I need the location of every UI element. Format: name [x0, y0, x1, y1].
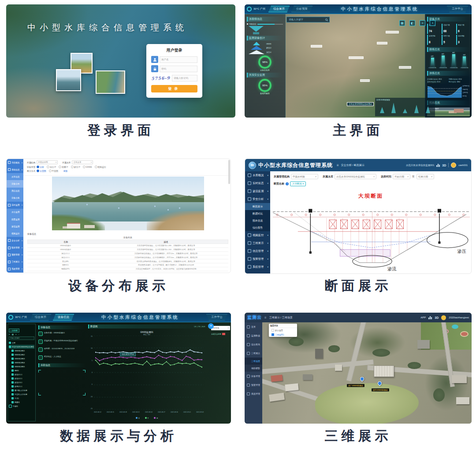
tree-item[interactable]: GNSS监测05: [9, 365, 34, 369]
nav-tab[interactable]: 设备信息: [53, 314, 74, 321]
chart-icon[interactable]: [428, 316, 432, 319]
reservoir-select[interactable]: 示范水库GNSS综合监测站: [335, 174, 376, 179]
table-row[interactable]: 渗压计2-1 大坝渗流渗压监测点，位于坝体断面2，埋深10m，采集频率1次/时，…: [27, 255, 228, 259]
section-select-tag[interactable]: 大坝断面: [290, 181, 306, 186]
start-date-input[interactable]: 开始日期: [393, 174, 410, 179]
mode-3d-button[interactable]: 3D: [442, 164, 446, 167]
device-type-option[interactable]: 全部: [37, 166, 44, 168]
tree-tool-icon[interactable]: +: [15, 333, 17, 336]
captcha-input[interactable]: [172, 75, 197, 81]
sidebar-menu-item[interactable]: 渗流监测: [245, 187, 270, 195]
table-row[interactable]: 量水堰1 坝后量水堰渗流量监测点，位于坝脚集渗沟，采集频率1次/时，数据正常: [27, 259, 228, 263]
popup-option[interactable]: 默认场景: [269, 328, 297, 332]
avatar[interactable]: [451, 162, 456, 168]
range-selector[interactable]: 1天 | 7天 | 30天: [194, 325, 205, 328]
device-type-option[interactable]: 视频监控: [95, 166, 106, 168]
reservoir-panorama[interactable]: [52, 177, 204, 230]
sidebar-menu-item[interactable]: 预警管理: [7, 251, 23, 258]
tree-item[interactable]: GNSS监测02: [9, 353, 34, 357]
tree-item[interactable]: 渗压计1-1: [9, 373, 34, 376]
sidebar-menu-item[interactable]: 视频监控: [245, 231, 270, 239]
sidebar-menu-item[interactable]: 倾斜摄影: [245, 365, 262, 372]
device-type-option[interactable]: 水位计: [47, 166, 56, 168]
sidebar-menu-item[interactable]: 系统管理: [7, 266, 23, 273]
map-tool-button[interactable]: ≡: [420, 20, 425, 26]
tree-item[interactable]: 水尺1: [9, 396, 34, 400]
water-level-slider[interactable]: 汛限水位: [247, 23, 283, 25]
template-item[interactable]: 大坝安全监测: [211, 333, 225, 335]
table-row[interactable]: 视频监控1 大坝全景视频监控，位于右坝头，支持云台控制、全景拼接与录像回放功能: [27, 267, 228, 271]
tree-item[interactable]: 全部: [9, 341, 34, 345]
sidebar-menu-item[interactable]: 安全分析: [245, 195, 270, 203]
device-type-option[interactable]: 雨量计: [59, 166, 68, 168]
sidebar-menu-item[interactable]: 渗流监测: [7, 223, 23, 230]
tree-item[interactable]: 下级站: [9, 404, 34, 408]
new-group-button[interactable]: + 设备树: [9, 329, 19, 332]
sidebar-menu-item[interactable]: 设备分布: [7, 180, 23, 187]
sidebar-menu-item[interactable]: 系统管理: [245, 389, 262, 398]
tree-search-input[interactable]: 请输入关键字: [9, 336, 34, 340]
sidebar-menu-item[interactable]: 汛情概览: [7, 159, 23, 166]
sidebar-menu-item[interactable]: 水位监测: [7, 209, 23, 216]
sidebar-menu-item[interactable]: 三维展示: [245, 239, 270, 247]
sidebar-menu-item[interactable]: 基础信息: [7, 166, 23, 173]
sidebar-menu-item[interactable]: 视频监控: [7, 230, 23, 237]
tree-tool-icon[interactable]: ≡: [9, 333, 10, 336]
popup-option[interactable]: 三维场景1: [269, 332, 297, 337]
nav-tab-workbench[interactable]: 工作平台: [206, 314, 227, 321]
sidebar-menu-item[interactable]: 数据对比: [245, 210, 270, 217]
tree-item[interactable]: GNSS监测01: [9, 349, 34, 353]
sidebar-menu-item[interactable]: 实时监测: [7, 202, 23, 209]
map-tool-button[interactable]: ▦: [399, 20, 405, 26]
map-pin-icon[interactable]: [359, 376, 365, 382]
org-select[interactable]: 中国水科院: [291, 174, 318, 179]
tree-item[interactable]: GNSS监测03: [9, 357, 34, 361]
scrollbar[interactable]: [228, 160, 230, 184]
table-row[interactable]: 渗压计1-1 大坝渗流渗压监测点，位于坝体断面1，埋深12m，采集频率1次/时，…: [27, 252, 228, 256]
menu-icon[interactable]: ≡: [337, 163, 339, 167]
tree-item[interactable]: 量水堰-人工监测: [9, 388, 34, 392]
device-type-option[interactable]: GNSS: [83, 166, 92, 168]
sidebar-menu-item[interactable]: 报表信息: [245, 217, 270, 224]
nav-tab-workbench[interactable]: 工作平台: [447, 6, 468, 12]
tree-item[interactable]: GNSS监测04: [9, 361, 34, 365]
tree-item[interactable]: 中国水科院GNSS综合监测站: [9, 345, 34, 349]
sidebar-menu-item[interactable]: 综合报告: [245, 224, 270, 231]
table-row[interactable]: GNSS监测02 大坝表面变形监测点，位于坝顶桩号0+160，采集频率1次/时，…: [27, 248, 228, 252]
table-row[interactable]: 雨量站1 库区雨量监测站，位于管理楼顶，翻斗式雨量计，采集频率1次/5分钟: [27, 263, 228, 267]
sidebar-menu-item[interactable]: 三维场景: [245, 358, 262, 365]
sidebar-menu-item[interactable]: 断面展示: [245, 203, 270, 210]
password-input[interactable]: [160, 66, 197, 72]
table-row[interactable]: GNSS监测01 大坝表面变形监测点，位于坝顶桩号0+080，采集频率1次/时，…: [27, 244, 228, 248]
device-pin[interactable]: [86, 204, 88, 205]
aerial-3d-view[interactable]: 水厂GNSS监测点 泵站GNSS监测点: [262, 322, 472, 424]
nav-tab[interactable]: 综合展示: [30, 314, 51, 321]
captcha-image[interactable]: 5756-9: [151, 75, 171, 81]
template-select[interactable]: 选择模板: [211, 326, 230, 330]
tree-item[interactable]: 雨量站: [9, 400, 34, 404]
sidebar-menu-item[interactable]: 安全分析: [7, 237, 23, 244]
view-mode-option[interactable]: 全景图: [37, 170, 46, 172]
sidebar-menu-item[interactable]: 综合查询: [245, 340, 262, 349]
tree-tool-icon[interactable]: −: [19, 333, 20, 336]
tree-item[interactable]: 渗压计2-1: [9, 376, 34, 380]
refresh-link[interactable]: 刷新: [63, 170, 68, 172]
nav-tab[interactable]: 综合展示: [268, 6, 290, 12]
sidebar-menu-item[interactable]: 测点信息: [7, 188, 23, 195]
nav-tab[interactable]: 分析预警: [291, 6, 312, 12]
device-pin[interactable]: [179, 207, 180, 209]
device-pin[interactable]: [167, 209, 169, 210]
legend-item[interactable]: X: [136, 417, 140, 419]
sidebar-menu-item[interactable]: 设备管理: [245, 372, 262, 380]
sidebar-menu-item[interactable]: 预警管理: [245, 380, 262, 389]
device-pin[interactable]: [118, 207, 119, 209]
app-link[interactable]: APP: [420, 316, 426, 319]
sidebar-menu-item[interactable]: 设备台账: [7, 195, 23, 202]
legend-item[interactable]: H: [154, 417, 158, 419]
map-tool-button[interactable]: ◧: [409, 20, 415, 26]
sidebar-menu-item[interactable]: 三维展示: [245, 349, 262, 358]
legend-item[interactable]: Y: [145, 417, 149, 419]
sidebar-menu-item[interactable]: 实时状态: [245, 179, 270, 187]
sidebar-menu-item[interactable]: 雨量监测: [7, 216, 23, 223]
mode-3d-button[interactable]: 3D: [435, 316, 439, 319]
